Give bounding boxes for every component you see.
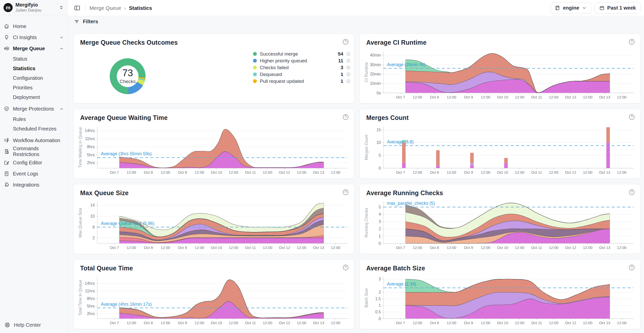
date-range-label: Past 1 week bbox=[607, 5, 636, 11]
chevron-down-icon bbox=[59, 35, 64, 40]
ci-runtime-chart: 0s10min20min30min40minOct 712:00Oct 812:… bbox=[364, 48, 637, 101]
workflow-bolt-icon bbox=[4, 137, 10, 143]
card-title: Merges Count bbox=[366, 114, 409, 121]
svg-text:15: 15 bbox=[376, 128, 381, 132]
help-icon[interactable] bbox=[342, 114, 349, 120]
help-icon[interactable] bbox=[342, 264, 349, 271]
svg-text:Oct 7: Oct 7 bbox=[396, 321, 405, 325]
legend-row: Dequeued 1 bbox=[253, 71, 351, 78]
svg-text:Average (26min 9s): Average (26min 9s) bbox=[387, 62, 425, 67]
card-title: Max Queue Size bbox=[80, 189, 129, 197]
donut-legend: Successful merge 54 Higher priority queu… bbox=[253, 50, 351, 85]
svg-text:Oct 7: Oct 7 bbox=[396, 245, 405, 250]
svg-text:Oct 12: Oct 12 bbox=[565, 170, 576, 174]
svg-text:Oct 10: Oct 10 bbox=[497, 321, 508, 325]
svg-text:Oct 11: Oct 11 bbox=[531, 321, 542, 325]
svg-text:3: 3 bbox=[379, 277, 381, 281]
svg-text:11hrs: 11hrs bbox=[85, 137, 95, 141]
help-icon[interactable] bbox=[628, 38, 635, 45]
lightbulb-icon bbox=[4, 34, 10, 40]
sidebar-item-deployment[interactable]: Deployment bbox=[0, 92, 67, 102]
svg-text:12:00: 12:00 bbox=[549, 245, 559, 250]
org-switcher[interactable]: m Mergifyio Julien Danjou bbox=[0, 0, 67, 15]
legend-row: Checks failed 3 bbox=[253, 64, 351, 71]
svg-text:Oct 7: Oct 7 bbox=[396, 95, 405, 99]
help-icon[interactable] bbox=[628, 189, 635, 196]
breadcrumb-parent[interactable]: Merge Queue bbox=[89, 5, 121, 11]
svg-text:1: 1 bbox=[379, 234, 381, 238]
svg-text:0: 0 bbox=[379, 166, 381, 170]
sidebar-toggle-icon[interactable] bbox=[74, 5, 81, 11]
svg-text:Max Queue Size: Max Queue Size bbox=[78, 208, 82, 238]
sidebar-item-rules[interactable]: Rules bbox=[0, 114, 67, 124]
svg-text:Average (2.34): Average (2.34) bbox=[387, 281, 416, 287]
info-icon[interactable] bbox=[346, 65, 351, 70]
svg-text:12:00: 12:00 bbox=[583, 170, 592, 174]
sidebar-item-config-editor[interactable]: Config Editor bbox=[0, 157, 67, 168]
info-icon[interactable] bbox=[346, 72, 351, 76]
sidebar-item-statistics[interactable]: Statistics bbox=[0, 64, 67, 73]
info-icon[interactable] bbox=[346, 59, 351, 63]
svg-text:2: 2 bbox=[93, 236, 95, 240]
divider bbox=[85, 5, 85, 11]
svg-text:5: 5 bbox=[379, 153, 381, 158]
legend-row: Pull request updated 1 bbox=[253, 78, 351, 85]
shield-check-icon bbox=[4, 106, 10, 112]
repository-name: engine bbox=[563, 5, 579, 11]
card-title: Merge Queue Checks Outcomes bbox=[80, 39, 178, 46]
sidebar-item-commands-restrictions[interactable]: Commands Restrictions bbox=[0, 146, 67, 157]
help-icon[interactable] bbox=[628, 264, 635, 271]
sidebar-item-status[interactable]: Status bbox=[0, 54, 67, 64]
legend-dot bbox=[253, 79, 257, 83]
max-queue-size-chart: 261014Oct 712:00Oct 812:00Oct 912:00Oct … bbox=[78, 198, 351, 252]
svg-text:12:00: 12:00 bbox=[297, 170, 306, 174]
sidebar-item-workflow-automation[interactable]: Workflow Automation bbox=[0, 135, 67, 146]
svg-text:Total Time in Queue: Total Time in Queue bbox=[78, 280, 82, 316]
card-title: Average Batch Size bbox=[366, 265, 425, 272]
svg-text:0: 0 bbox=[379, 241, 381, 246]
svg-text:Oct 10: Oct 10 bbox=[211, 245, 222, 250]
info-icon[interactable] bbox=[346, 52, 351, 56]
svg-text:Oct 13: Oct 13 bbox=[599, 245, 610, 250]
sidebar-item-integrations[interactable]: Integrations bbox=[0, 179, 67, 190]
svg-text:12:00: 12:00 bbox=[161, 170, 170, 174]
info-icon[interactable] bbox=[346, 79, 351, 83]
sidebar-item-scheduled-freezes[interactable]: Scheduled Freezes bbox=[0, 124, 67, 134]
svg-text:12:00: 12:00 bbox=[297, 321, 306, 325]
help-icon[interactable] bbox=[342, 189, 349, 196]
help-center-button[interactable]: Help Center bbox=[0, 317, 67, 333]
sidebar-item-ci-insights[interactable]: CI Insights bbox=[0, 32, 67, 43]
sidebar-item-merge-protections[interactable]: Merge Protections bbox=[0, 103, 67, 114]
date-range-button[interactable]: Past 1 week bbox=[594, 3, 640, 13]
sidebar-item-merge-queue[interactable]: Merge Queue bbox=[0, 43, 67, 54]
merges-count-chart: 051015Oct 712:00Oct 812:00Oct 912:00Oct … bbox=[364, 123, 637, 177]
svg-text:Oct 8: Oct 8 bbox=[430, 321, 439, 325]
filters-button[interactable]: Filters bbox=[83, 19, 98, 24]
svg-text:Oct 13: Oct 13 bbox=[599, 170, 610, 174]
sidebar-item-event-logs[interactable]: Event Logs bbox=[0, 168, 67, 179]
sidebar-item-home[interactable]: Home bbox=[0, 21, 67, 32]
card-title: Average Queue Waiting Time bbox=[80, 114, 168, 121]
sidebar-item-configuration[interactable]: Configuration bbox=[0, 73, 67, 83]
main-area: Merge Queue › Statistics engine Past 1 w… bbox=[68, 0, 644, 333]
svg-text:12:00: 12:00 bbox=[481, 321, 490, 325]
svg-text:Oct 11: Oct 11 bbox=[531, 245, 542, 250]
svg-text:10min: 10min bbox=[370, 81, 381, 86]
svg-text:Oct 9: Oct 9 bbox=[178, 245, 187, 250]
sidebar-item-priorities[interactable]: Priorities bbox=[0, 83, 67, 92]
svg-text:12:00: 12:00 bbox=[515, 95, 524, 99]
svg-text:CI Runtime: CI Runtime bbox=[364, 62, 369, 82]
help-icon[interactable] bbox=[342, 38, 349, 45]
breadcrumb-separator-icon: › bbox=[124, 5, 126, 11]
calendar-icon bbox=[599, 5, 605, 11]
svg-text:Batch Size: Batch Size bbox=[364, 288, 369, 308]
svg-text:12:00: 12:00 bbox=[481, 95, 490, 99]
card-max-queue-size: Max Queue Size 261014Oct 712:00Oct 812:0… bbox=[73, 184, 354, 254]
repository-select[interactable]: engine bbox=[550, 3, 591, 13]
document-lock-icon bbox=[4, 148, 10, 155]
svg-text:12:00: 12:00 bbox=[549, 170, 559, 174]
svg-text:12:00: 12:00 bbox=[617, 170, 627, 174]
help-icon[interactable] bbox=[628, 114, 635, 120]
svg-text:12:00: 12:00 bbox=[127, 170, 136, 174]
svg-text:1: 1 bbox=[379, 303, 381, 308]
